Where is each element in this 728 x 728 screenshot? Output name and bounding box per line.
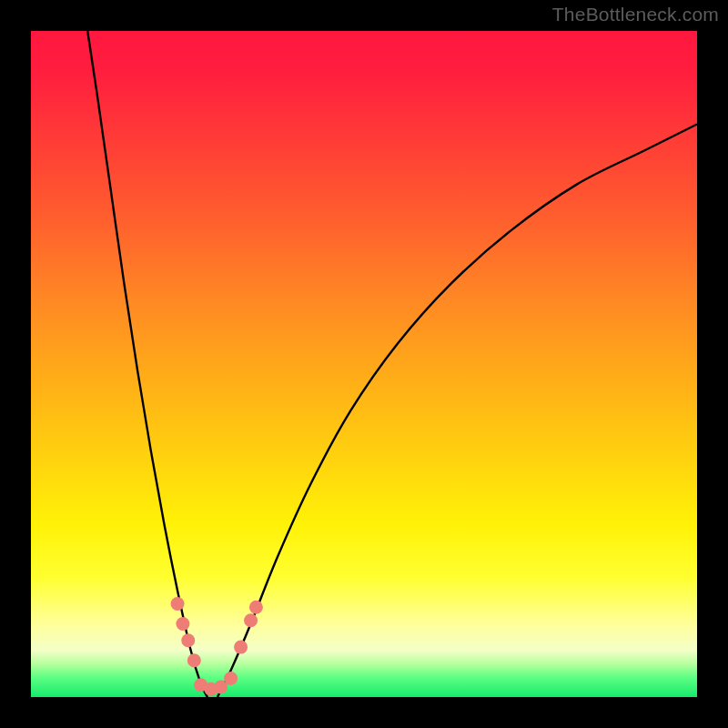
curves-svg [31,31,697,697]
right-branch-marker [234,641,248,654]
plot-area [31,31,697,697]
chart-frame: TheBottleneck.com [0,0,728,728]
curve-left-branch [87,31,207,697]
curve-right-branch [217,124,697,697]
left-branch-marker [176,617,189,631]
right-branch-marker [244,613,258,627]
left-branch-marker [171,597,185,611]
watermark-text: TheBottleneck.com [552,4,719,25]
valley-marker [224,672,238,685]
left-branch-marker [187,653,201,667]
left-branch-marker [181,633,195,647]
right-branch-marker [249,601,263,614]
